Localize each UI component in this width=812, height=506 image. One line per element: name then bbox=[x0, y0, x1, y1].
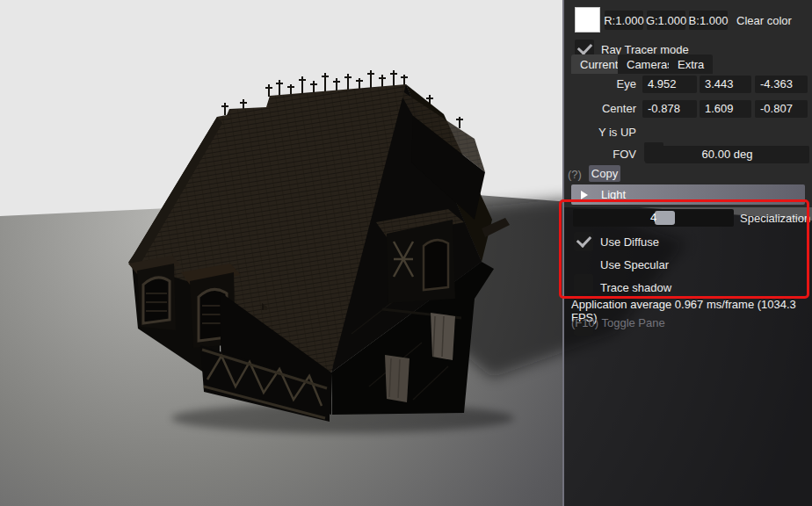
use-diffuse-label: Use Diffuse bbox=[600, 235, 659, 249]
trace-shadow-label: Trace shadow bbox=[600, 281, 671, 294]
fov-label: FOV bbox=[564, 146, 636, 163]
blue-channel-button[interactable]: B:1.000 bbox=[689, 11, 728, 30]
camera-window: R:1.000 G:1.000 B:1.000 Clear color Ray … bbox=[564, 0, 812, 207]
light-header[interactable]: Light bbox=[571, 184, 805, 205]
clear-color-label: Clear color bbox=[736, 14, 792, 27]
toggle-pane-hint: (F10) Toggle Pane bbox=[571, 316, 665, 329]
copy-button[interactable]: Copy bbox=[589, 165, 620, 182]
green-channel-label: G:1.000 bbox=[646, 14, 686, 27]
y-is-up-label: Y is UP bbox=[564, 124, 636, 141]
light-header-label: Light bbox=[601, 188, 626, 201]
blue-channel-label: B:1.000 bbox=[689, 14, 729, 27]
app-window: R:1.000 G:1.000 B:1.000 Clear color Ray … bbox=[0, 0, 812, 506]
red-channel-button[interactable]: R:1.000 bbox=[605, 11, 643, 30]
center-z-field[interactable]: -0.807 bbox=[755, 100, 808, 118]
green-channel-button[interactable]: G:1.000 bbox=[647, 11, 685, 30]
eye-x-field[interactable]: 4.952 bbox=[642, 76, 697, 93]
center-y-field[interactable]: 1.609 bbox=[700, 100, 751, 118]
eye-y-field[interactable]: 3.443 bbox=[700, 76, 751, 93]
fov-field[interactable]: 60.00 deg bbox=[645, 146, 809, 163]
help-icon[interactable]: (?) bbox=[568, 168, 582, 181]
specialization-label: Specialization bbox=[740, 212, 810, 225]
specialization-value: 4 bbox=[573, 209, 734, 227]
tab-cameras-label: Cameras bbox=[627, 58, 673, 71]
red-channel-label: R:1.000 bbox=[604, 14, 644, 27]
check-icon bbox=[576, 232, 592, 248]
use-diffuse-checkbox[interactable] bbox=[574, 232, 593, 251]
chevron-right-icon bbox=[581, 191, 588, 199]
specialization-slider[interactable]: 4 bbox=[573, 209, 734, 227]
ray-options-window: 4 Specialization Use Diffuse Use Specula… bbox=[564, 207, 812, 506]
copy-button-label: Copy bbox=[591, 167, 618, 180]
use-specular-label: Use Specular bbox=[600, 258, 669, 271]
tab-extra-label: Extra bbox=[678, 58, 704, 71]
clear-color-swatch[interactable] bbox=[575, 7, 600, 33]
tab-extra[interactable]: Extra bbox=[669, 54, 713, 74]
eye-label: Eye bbox=[564, 76, 636, 93]
check-icon bbox=[577, 40, 593, 55]
center-label: Center bbox=[564, 100, 636, 118]
tab-current-label: Current bbox=[580, 58, 618, 71]
eye-z-field[interactable]: -4.363 bbox=[755, 76, 808, 93]
center-x-field[interactable]: -0.878 bbox=[642, 100, 697, 118]
use-specular-checkbox[interactable] bbox=[574, 274, 593, 293]
settings-pane: R:1.000 G:1.000 B:1.000 Clear color Ray … bbox=[562, 0, 812, 506]
